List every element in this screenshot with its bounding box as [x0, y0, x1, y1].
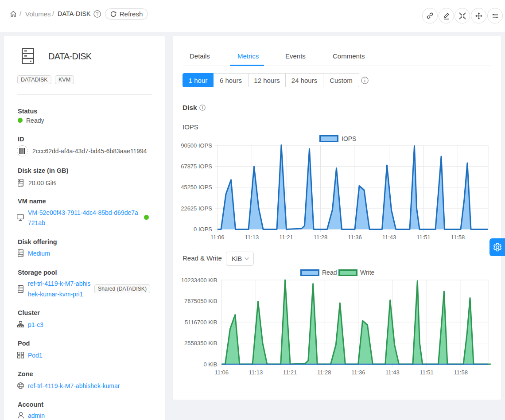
svg-text:11:28: 11:28	[317, 369, 331, 376]
svg-text:7675050 KiB: 7675050 KiB	[184, 298, 217, 304]
svg-text:11:13: 11:13	[245, 234, 259, 241]
svg-text:22625 IOPS: 22625 IOPS	[181, 205, 212, 212]
svg-text:11:43: 11:43	[385, 369, 400, 376]
svg-text:11:58: 11:58	[454, 369, 468, 376]
svg-text:11:36: 11:36	[348, 234, 362, 241]
svg-text:11:21: 11:21	[283, 369, 297, 376]
svg-text:11:28: 11:28	[314, 234, 328, 241]
svg-text:0 IOPS: 0 IOPS	[194, 226, 212, 233]
svg-text:11:13: 11:13	[249, 369, 263, 376]
svg-text:11:06: 11:06	[215, 369, 229, 376]
svg-text:10233400 KiB: 10233400 KiB	[181, 277, 218, 284]
svg-text:?: ?	[96, 12, 99, 16]
svg-text:11:43: 11:43	[382, 234, 396, 241]
svg-text:11:21: 11:21	[279, 234, 293, 241]
svg-text:67875 IOPS: 67875 IOPS	[181, 163, 212, 170]
svg-text:45250 IOPS: 45250 IOPS	[181, 184, 212, 191]
svg-text:11:51: 11:51	[416, 234, 431, 241]
svg-text:0 KiB: 0 KiB	[203, 361, 217, 368]
svg-text:11:06: 11:06	[210, 234, 225, 241]
svg-text:2558350 KiB: 2558350 KiB	[184, 340, 217, 346]
svg-text:11:36: 11:36	[351, 369, 365, 376]
svg-text:90500 IOPS: 90500 IOPS	[181, 142, 212, 149]
svg-text:11:58: 11:58	[451, 234, 465, 241]
svg-text:11:51: 11:51	[420, 369, 434, 376]
svg-text:5116700 KiB: 5116700 KiB	[185, 319, 218, 326]
